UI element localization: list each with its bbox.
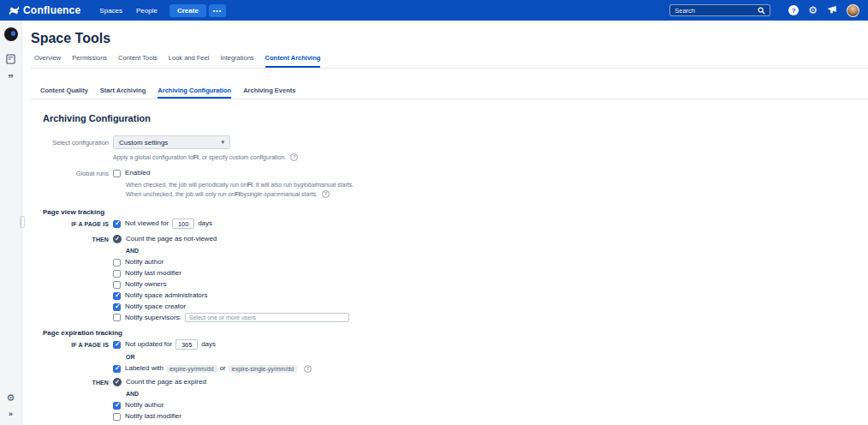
global-runs-row: Global runs Enabled — [31, 169, 868, 177]
notify-last-modifier-checkbox[interactable] — [113, 270, 121, 278]
desc2-em: single-space — [247, 189, 280, 199]
supervisors-user-input[interactable]: Select one or more users — [185, 313, 349, 322]
notify-author-label[interactable]: Notify author — [125, 258, 163, 266]
not-viewed-checkbox[interactable] — [113, 220, 121, 228]
subtab-content-quality[interactable]: Content Quality — [40, 87, 88, 95]
enabled-checkbox[interactable] — [113, 170, 121, 177]
notify-owners-checkbox[interactable] — [113, 281, 121, 289]
configuration-dropdown-value: Custom settings — [119, 139, 168, 147]
megaphone-icon — [827, 5, 837, 15]
locked-check-icon — [113, 378, 122, 386]
subtab-archiving-configuration[interactable]: Archiving Configuration — [158, 87, 231, 95]
tab-overview[interactable]: Overview — [34, 54, 61, 63]
blogs-button[interactable]: ” — [8, 75, 14, 82]
nav-more-button[interactable]: ••• — [209, 4, 226, 17]
helper-pre: Apply a global configuration to — [113, 153, 193, 162]
subtab-start-archiving[interactable]: Start Archiving — [100, 87, 146, 95]
nav-people[interactable]: People — [136, 7, 158, 15]
settings-button[interactable]: ⚙ — [808, 5, 817, 15]
select-configuration-row: Select configuration Custom settings ▾ — [31, 135, 868, 149]
info-icon[interactable] — [322, 190, 330, 198]
expand-sidebar-icon[interactable]: » — [9, 410, 13, 418]
configuration-helper-text: Apply a global configuration to FI, or s… — [113, 153, 298, 162]
search-input[interactable]: Search — [669, 4, 770, 16]
labeled-with-checkbox[interactable] — [113, 365, 121, 373]
or-label: OR — [126, 353, 868, 362]
quote-icon: ” — [8, 75, 14, 82]
left-sidebar: ” ⚙ » — [0, 21, 22, 425]
page-view-tracking-heading: Page view tracking — [43, 208, 868, 217]
notify-author-checkbox[interactable] — [113, 259, 121, 266]
sidebar-bottom: ⚙ » — [7, 393, 15, 418]
then-label: THEN — [31, 236, 109, 242]
announcements-button[interactable] — [827, 5, 837, 15]
nav-spaces[interactable]: Spaces — [99, 7, 122, 15]
confluence-logo[interactable]: Confluence — [9, 4, 80, 16]
info-icon[interactable] — [290, 153, 298, 161]
page-expiration-tracking-heading: Page expiration tracking — [43, 329, 868, 338]
chevron-down-icon: ▾ — [221, 139, 224, 146]
notify-supervisors-row: Notify supervisors: Select one or more u… — [31, 313, 868, 322]
notify-space-creator-checkbox[interactable] — [113, 303, 121, 311]
desc1-pre: When checked, the job will periodically … — [126, 180, 247, 189]
and-label: AND — [126, 390, 868, 398]
tab-look-and-feel[interactable]: Look and Feel — [169, 54, 210, 63]
notify-owners-label[interactable]: Notify owners — [125, 280, 166, 289]
notify-author-checkbox[interactable] — [113, 402, 121, 410]
helper-post: , or specify custom configuration. — [199, 153, 286, 162]
notify-row: Notify space creator — [31, 302, 868, 311]
info-icon[interactable] — [304, 365, 312, 373]
notify-last-modifier-label[interactable]: Notify last modifier — [125, 269, 181, 278]
notify-author-label[interactable]: Notify author — [125, 401, 163, 410]
notify-last-modifier-checkbox[interactable] — [113, 413, 121, 421]
notify-space-admins-checkbox[interactable] — [113, 292, 121, 300]
locked-check-icon — [113, 235, 122, 243]
desc2-post: manual starts. — [280, 189, 318, 199]
help-button[interactable]: ? — [788, 5, 799, 15]
notify-space-admins-label[interactable]: Notify space administrators — [125, 291, 207, 300]
document-icon — [6, 54, 15, 64]
archiving-config-form: Select configuration Custom settings ▾ A… — [31, 135, 868, 421]
tab-content-tools[interactable]: Content Tools — [118, 54, 158, 63]
if-a-page-is-label: IF A PAGE IS — [31, 342, 109, 348]
notify-last-modifier-label[interactable]: Notify last modifier — [125, 412, 181, 421]
space-tools-tabs: Overview Permissions Content Tools Look … — [31, 54, 868, 69]
search-placeholder: Search — [675, 7, 758, 15]
not-updated-checkbox[interactable] — [113, 341, 121, 349]
then-label: THEN — [31, 380, 109, 386]
tab-integrations[interactable]: Integrations — [220, 54, 253, 63]
notify-supervisors-label[interactable]: Notify supervisors: — [125, 314, 181, 322]
page-view-condition-row: IF A PAGE IS Not viewed for 100 days — [31, 218, 868, 229]
profile-button[interactable] — [847, 4, 859, 17]
space-settings-icon[interactable]: ⚙ — [7, 393, 15, 403]
search-icon — [758, 7, 765, 15]
configuration-dropdown[interactable]: Custom settings ▾ — [113, 135, 230, 149]
global-runs-desc-2: When unchecked, the job will only run on… — [126, 189, 868, 199]
desc1-mid: . It will also run by — [253, 180, 300, 189]
expire-label-lozenge: expire-yy/mm/dd — [166, 365, 217, 373]
desc1-post: manual starts. — [316, 180, 354, 189]
sidebar-resize-handle[interactable] — [20, 216, 25, 228]
not-updated-days-input[interactable]: 365 — [175, 339, 198, 350]
desc1-em: global — [300, 180, 317, 189]
create-button[interactable]: Create — [169, 4, 206, 17]
tab-permissions[interactable]: Permissions — [72, 54, 107, 63]
pages-button[interactable] — [6, 54, 15, 64]
global-runs-desc-1: When checked, the job will periodically … — [126, 180, 868, 189]
not-viewed-post: days — [198, 219, 212, 228]
notify-supervisors-checkbox[interactable] — [113, 314, 121, 321]
not-viewed-days-input[interactable]: 100 — [172, 218, 194, 229]
if-a-page-is-label: IF A PAGE IS — [31, 221, 109, 227]
gear-icon: ⚙ — [808, 5, 817, 15]
notify-row: Notify space administrators — [31, 291, 868, 300]
and-label: AND — [126, 247, 868, 255]
confluence-mark-icon — [9, 5, 20, 16]
enabled-label[interactable]: Enabled — [125, 169, 150, 177]
notify-space-creator-label[interactable]: Notify space creator — [125, 302, 186, 311]
space-avatar[interactable] — [4, 27, 18, 41]
tab-content-archiving[interactable]: Content Archiving — [265, 54, 321, 63]
brand-name: Confluence — [23, 4, 80, 16]
subtab-archiving-events[interactable]: Archiving Events — [243, 87, 295, 95]
archiving-subtabs: Content Quality Start Archiving Archivin… — [31, 69, 868, 99]
not-updated-post: days — [201, 340, 216, 349]
